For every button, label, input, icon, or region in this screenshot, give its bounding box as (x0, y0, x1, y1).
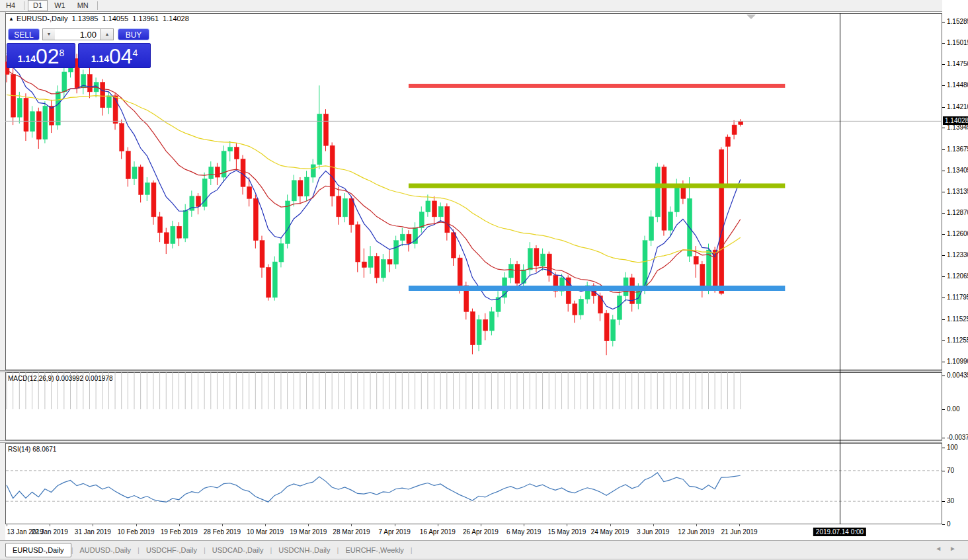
sell-price-tile[interactable]: 1.14028 (7, 43, 75, 68)
buy-price-base: 1.14 (91, 54, 109, 64)
symbol-marker-icon: ▲ (9, 16, 14, 22)
chart-tab-usdchf[interactable]: USDCHF-,Daily (140, 543, 204, 557)
sell-price-big: 02 (36, 46, 60, 66)
tab-scroll-right-icon[interactable]: ► (949, 545, 964, 552)
toolbar-separator (24, 1, 24, 10)
period-toolbar: H4D1W1MN (0, 0, 968, 12)
date-tick (265, 524, 266, 526)
date-tick (93, 524, 93, 526)
date-tick (308, 524, 309, 526)
date-tick-label: 16 Apr 2019 (420, 528, 456, 536)
date-tick-label: 28 Mar 2019 (333, 528, 370, 536)
date-tick-label: 12 Jun 2019 (678, 528, 714, 536)
ohlc-low: 1.13961 (132, 15, 159, 22)
macd-tick-label: -0.00371 (942, 434, 968, 441)
date-axis[interactable]: 13 Jan 201922 Jan 201931 Jan 201910 Feb … (5, 524, 942, 540)
macd-tick-label: 0.00 (942, 405, 959, 413)
sell-button[interactable]: SELL (8, 28, 40, 40)
date-tick-label: 6 May 2019 (506, 528, 541, 536)
date-tick (395, 524, 395, 526)
price-tick-label: 1.13135 (942, 188, 968, 195)
chart-tabs: EURUSD-,Daily|AUDUSD-,Daily|USDCHF-,Dail… (5, 542, 413, 557)
date-tick-label: 19 Feb 2019 (161, 528, 198, 536)
price-tick-label: 1.12065 (942, 272, 968, 280)
date-tick-label: 21 Jun 2019 (721, 528, 758, 536)
macd-label: MACD(12,26,9) 0.003992 0.001978 (8, 375, 112, 382)
price-tick-label: 1.13675 (942, 145, 968, 153)
price-tick-label: 1.13405 (942, 167, 968, 174)
date-tick-label: 26 Apr 2019 (463, 528, 499, 536)
date-tick-label: 19 Mar 2019 (290, 528, 327, 536)
date-tick-label: 10 Feb 2019 (117, 528, 154, 536)
buy-price-sup: 4 (133, 48, 138, 58)
date-tick-label: 22 Jan 2019 (32, 528, 68, 536)
date-tick (567, 524, 567, 526)
ohlc-close: 1.14028 (163, 15, 189, 22)
price-axis[interactable]: 1.152851.150151.147501.144801.142101.139… (942, 0, 968, 560)
price-tick-label: 1.14750 (942, 60, 968, 67)
buy-button[interactable]: BUY (118, 28, 149, 40)
crosshair-time-label: 2019.07.14 0:00 (813, 528, 866, 536)
date-tick-label: 10 Mar 2019 (247, 528, 284, 536)
ohlc-open: 1.13985 (72, 15, 99, 22)
symbol-header: ▲EURUSD-,Daily 1.13985 1.14055 1.13961 1… (9, 15, 191, 22)
period-button-w1[interactable]: W1 (49, 0, 71, 11)
price-tick-label: 1.11255 (942, 337, 968, 344)
price-tick-label: 1.15015 (942, 39, 968, 46)
price-tick-label: 1.11525 (942, 315, 968, 323)
current-price-label: 1.14028 (943, 116, 968, 125)
chart-tab-usdcnh[interactable]: USDCNH-,Daily (272, 543, 337, 557)
date-tick (7, 524, 7, 526)
ohlc-high: 1.14055 (102, 15, 128, 22)
date-tick (179, 524, 180, 526)
period-button-d1[interactable]: D1 (28, 0, 48, 11)
period-button-h4[interactable]: H4 (1, 0, 20, 11)
date-tick-label: 28 Feb 2019 (204, 528, 241, 536)
chart-tab-audusd[interactable]: AUDUSD-,Daily (73, 543, 138, 557)
buy-price-tile[interactable]: 1.14044 (78, 43, 151, 68)
chart-tab-eurusd[interactable]: EURUSD-,Daily (5, 543, 71, 557)
price-tick-label: 1.10990 (942, 358, 968, 365)
date-tick-label: 31 Jan 2019 (75, 528, 111, 536)
date-tick (481, 524, 481, 526)
price-tick-label: 1.15285 (942, 18, 968, 25)
price-tick-label: 1.12330 (942, 251, 968, 259)
toolbar-separator (97, 1, 98, 10)
date-tick (136, 524, 137, 526)
period-button-mn[interactable]: MN (72, 0, 94, 11)
date-tick-label: 15 May 2019 (547, 528, 586, 536)
rsi-panel-canvas[interactable] (5, 443, 942, 524)
crosshair-vertical-line (840, 13, 840, 524)
sell-price-base: 1.14 (18, 54, 36, 64)
rsi-tick-label: 30 (942, 497, 954, 504)
symbol-name: EURUSD-,Daily (17, 15, 68, 22)
chevron-down-icon: ▼ (47, 32, 52, 36)
macd-panel-canvas[interactable] (5, 372, 942, 440)
date-tick (50, 524, 50, 526)
price-tick-label: 1.11795 (942, 294, 968, 301)
period-button-group: H4D1W1MN (0, 0, 101, 11)
chevron-up-icon: ▲ (105, 32, 110, 36)
date-tick-label: 7 Apr 2019 (378, 528, 410, 536)
date-tick (696, 524, 697, 526)
macd-tick-label: 0.004359 (942, 372, 968, 379)
date-tick (610, 524, 611, 526)
price-tick-label: 1.12600 (942, 230, 968, 237)
price-tick-label: 1.14480 (942, 81, 968, 89)
tab-scroll-left-icon[interactable]: ◄ (935, 545, 949, 552)
date-tick (351, 524, 352, 526)
chart-tab-eurchf[interactable]: EURCHF-,Weekly (339, 543, 410, 557)
date-tick-label: 24 May 2019 (591, 528, 629, 536)
date-tick (438, 524, 438, 526)
price-tick-label: 1.14210 (942, 103, 968, 110)
one-click-trade-widget: SELL ▼ ▲ BUY 1.14028 1.14044 (7, 28, 151, 42)
date-tick (524, 524, 524, 526)
buy-price-big: 04 (109, 46, 133, 66)
date-tick-label: 3 Jun 2019 (637, 528, 670, 536)
date-tick (222, 524, 223, 526)
chart-tab-bar: EURUSD-,Daily|AUDUSD-,Daily|USDCHF-,Dail… (0, 540, 968, 559)
volume-input[interactable] (55, 28, 101, 40)
volume-decrease-button[interactable]: ▼ (42, 28, 56, 40)
volume-increase-button[interactable]: ▲ (101, 28, 114, 40)
chart-tab-usdcad[interactable]: USDCAD-,Daily (206, 543, 270, 557)
